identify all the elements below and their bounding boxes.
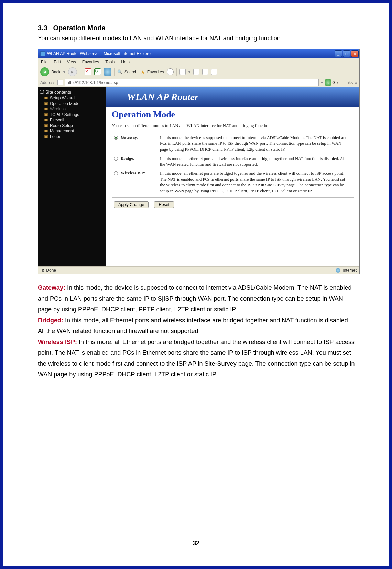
go-icon: → xyxy=(325,79,331,86)
close-button[interactable]: × xyxy=(351,50,359,57)
sidebar-item[interactable]: Operation Mode xyxy=(44,101,105,106)
status-zone: Internet xyxy=(342,268,357,273)
section-intro: You can setup different modes to LAN and… xyxy=(38,35,358,42)
reset-button[interactable]: Reset xyxy=(154,201,174,208)
menu-help[interactable]: Help xyxy=(121,60,130,64)
mode-description: In this mode, all ethernet ports and wir… xyxy=(160,156,354,168)
internet-zone-icon xyxy=(336,268,340,273)
divider xyxy=(112,197,354,198)
refresh-icon[interactable]: ↻ xyxy=(94,68,101,75)
home-icon[interactable] xyxy=(104,68,111,76)
menu-file[interactable]: File xyxy=(41,60,47,64)
edit-icon[interactable] xyxy=(211,69,217,75)
page-status-icon: 🗎 xyxy=(41,268,45,273)
sidebar-item[interactable]: Setup Wizard xyxy=(44,95,105,101)
folder-icon xyxy=(44,130,48,132)
mode-row: Gateway:In this mode, the device is supp… xyxy=(112,135,354,152)
sidebar: 🖵 Site contents: Setup WizardOperation M… xyxy=(38,87,106,266)
mode-label: Bridge: xyxy=(121,156,134,161)
folder-icon xyxy=(44,102,48,105)
sidebar-item-label: TCP/IP Settings xyxy=(50,112,79,117)
menu-tools[interactable]: Tools xyxy=(105,60,115,64)
menu-view[interactable]: View xyxy=(67,60,76,64)
forward-button-icon[interactable]: ► xyxy=(68,67,77,76)
monitor-icon: 🖵 xyxy=(40,89,44,95)
links-label[interactable]: Links xyxy=(343,80,353,85)
window-titlebar: WLAN AP Router Webserver - Microsoft Int… xyxy=(38,49,359,58)
browser-viewport: 🖵 Site contents: Setup WizardOperation M… xyxy=(38,87,359,266)
sidebar-item[interactable]: Route Setup xyxy=(44,123,105,128)
gateway-text: In this mode, the device is supposed to … xyxy=(38,284,352,313)
sidebar-item[interactable]: TCP/IP Settings xyxy=(44,112,105,117)
mode-description: In this mode, the device is supposed to … xyxy=(160,135,354,152)
window-title: WLAN AP Router Webserver - Microsoft Int… xyxy=(47,51,335,56)
favorites-label[interactable]: Favorites xyxy=(147,69,164,74)
mode-label: Gateway: xyxy=(121,135,138,140)
menu-favorites[interactable]: Favorites xyxy=(82,60,99,64)
sidebar-item[interactable]: Wireless xyxy=(44,106,105,112)
mode-description: In this mode, all ethernet ports are bri… xyxy=(160,171,354,194)
folder-icon xyxy=(44,119,48,121)
sidebar-heading-label: Site contents: xyxy=(45,89,73,95)
back-label[interactable]: Back xyxy=(51,69,61,74)
main-content: WLAN AP Router Operation Mode You can se… xyxy=(106,87,359,266)
divider xyxy=(112,131,354,131)
sidebar-item-label: Management xyxy=(50,129,74,133)
search-label[interactable]: Search xyxy=(124,69,138,74)
sidebar-item-label: Firewall xyxy=(50,118,64,122)
mode-label: Wireless ISP: xyxy=(121,171,145,176)
status-bar: 🗎 Done Internet xyxy=(38,266,359,274)
maximize-button[interactable]: □ xyxy=(343,50,350,57)
folder-icon xyxy=(44,108,48,110)
address-bar: Address http://192.168.1.1/home.asp ▾ → … xyxy=(38,78,359,87)
mode-row: Wireless ISP:In this mode, all ethernet … xyxy=(112,171,354,194)
section-title: Operation Mode xyxy=(53,24,105,32)
go-label: Go xyxy=(332,80,338,85)
sidebar-item[interactable]: Management xyxy=(44,128,105,134)
folder-icon xyxy=(44,124,48,127)
body-paragraphs: Gateway: In this mode, the device is sup… xyxy=(38,282,358,380)
bridged-term: Bridged: xyxy=(38,317,63,324)
browser-window: WLAN AP Router Webserver - Microsoft Int… xyxy=(38,49,360,274)
toolbar: ◄ Back ▾ ► ✕ ↻ 🔍 Search ★ Favorites ▾ xyxy=(38,66,359,78)
mode-radio[interactable] xyxy=(114,171,118,175)
section-number: 3.3 xyxy=(38,24,47,32)
address-input[interactable]: http://192.168.1.1/home.asp xyxy=(65,79,319,86)
section-heading: 3.3 Operation Mode xyxy=(38,24,358,32)
page-number: 32 xyxy=(3,540,389,547)
bridged-text: In this mode, all Ethernet ports and wir… xyxy=(38,317,350,335)
wisp-term: Wireless ISP: xyxy=(38,339,77,345)
sidebar-item-label: Route Setup xyxy=(50,123,73,128)
sidebar-item-label: Logout xyxy=(50,134,63,139)
status-done: Done xyxy=(46,268,56,273)
sidebar-item[interactable]: Logout xyxy=(44,134,105,139)
sidebar-heading: 🖵 Site contents: xyxy=(40,89,105,95)
sidebar-item-label: Operation Mode xyxy=(50,101,79,106)
apply-change-button[interactable]: Apply Change xyxy=(114,201,149,208)
favorites-star-icon[interactable]: ★ xyxy=(140,69,145,75)
mode-radio[interactable] xyxy=(114,136,118,140)
folder-icon xyxy=(44,113,48,116)
mail-icon[interactable] xyxy=(193,69,199,75)
ie-logo-icon xyxy=(40,51,45,56)
go-button[interactable]: → Go xyxy=(325,79,338,86)
toolbar-divider xyxy=(176,68,177,76)
mode-row: Bridge:In this mode, all ethernet ports … xyxy=(112,156,354,168)
minimize-button[interactable]: _ xyxy=(335,50,342,57)
sidebar-item-label: Wireless xyxy=(50,107,66,111)
gateway-term: Gateway: xyxy=(38,284,65,291)
stop-icon[interactable]: ✕ xyxy=(85,68,91,75)
sidebar-item-label: Setup Wizard xyxy=(50,96,75,100)
search-icon[interactable]: 🔍 xyxy=(117,69,122,74)
mode-radio[interactable] xyxy=(114,157,118,161)
folder-icon xyxy=(44,97,48,99)
print-icon[interactable] xyxy=(202,69,208,75)
menu-edit[interactable]: Edit xyxy=(54,60,61,64)
toolbar-divider xyxy=(114,68,115,76)
media-icon[interactable] xyxy=(167,68,174,75)
back-button-icon[interactable]: ◄ xyxy=(40,67,49,76)
folder-icon xyxy=(44,135,48,138)
sidebar-item[interactable]: Firewall xyxy=(44,117,105,123)
menu-bar: File Edit View Favorites Tools Help xyxy=(38,58,359,66)
history-icon[interactable] xyxy=(179,69,186,75)
